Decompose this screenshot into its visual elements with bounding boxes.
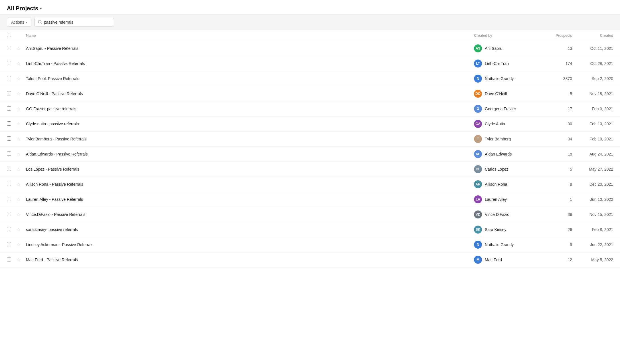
row-prospects-cell: 18 (540, 147, 574, 162)
row-checkbox[interactable] (7, 152, 11, 156)
creator-info: N Nathalie Grandy (474, 241, 538, 249)
row-checkbox-cell (0, 41, 13, 56)
row-checkbox[interactable] (7, 136, 11, 141)
actions-button[interactable]: Actions ▾ (7, 18, 31, 27)
row-prospects-cell: 17 (540, 101, 574, 116)
row-checkbox[interactable] (7, 257, 11, 261)
creator-info: CA Clyde Autin (474, 120, 538, 128)
select-all-checkbox[interactable] (7, 33, 11, 37)
row-checkbox[interactable] (7, 46, 11, 50)
row-creator-cell: VD Vince DiFazio (472, 207, 540, 222)
row-name-cell: GG.Frazier-passive referrals (24, 101, 472, 116)
projects-dropdown-arrow[interactable]: ▾ (40, 6, 42, 11)
star-button[interactable]: ☆ (17, 91, 21, 97)
row-checkbox[interactable] (7, 212, 11, 216)
row-star-cell: ☆ (13, 207, 24, 222)
row-checkbox[interactable] (7, 61, 11, 65)
row-checkbox[interactable] (7, 242, 11, 246)
table-row: ☆ Lindsey.Ackerman - Passive Referrals N… (0, 237, 620, 252)
avatar: T (474, 135, 482, 143)
creator-name: Carlos Lopez (485, 167, 508, 171)
row-creator-cell: AR Allison Rona (472, 177, 540, 192)
search-input[interactable] (44, 20, 110, 24)
row-prospects-cell: 5 (540, 162, 574, 177)
row-checkbox[interactable] (7, 197, 11, 201)
row-created-cell: Nov 18, 2021 (574, 86, 620, 101)
row-star-cell: ☆ (13, 237, 24, 252)
creator-info: T Tyler Bamberg (474, 135, 538, 143)
star-button[interactable]: ☆ (17, 257, 21, 263)
row-prospects-cell: 9 (540, 237, 574, 252)
project-name: sara.kinsey- passive referrals (26, 227, 78, 232)
row-star-cell: ☆ (13, 116, 24, 132)
project-name: Dave.O'Neill - Passive Referrals (26, 91, 83, 96)
row-prospects-cell: 26 (540, 222, 574, 237)
project-name: Tyler.Bamberg - Passive Referrals (26, 137, 86, 141)
row-created-cell: May 27, 2022 (574, 162, 620, 177)
avatar-initials: AE (476, 152, 481, 156)
row-star-cell: ☆ (13, 192, 24, 207)
row-name-cell: Talent Pool: Passive Referrals (24, 71, 472, 86)
row-name-cell: Vince.DiFazio - Passive Referrals (24, 207, 472, 222)
avatar-initials: LT (476, 62, 480, 66)
row-created-cell: Dec 20, 2021 (574, 177, 620, 192)
star-button[interactable]: ☆ (17, 227, 21, 232)
row-checkbox[interactable] (7, 182, 11, 186)
avatar: N (474, 241, 482, 249)
table-row: ☆ Dave.O'Neill - Passive Referrals DO Da… (0, 86, 620, 101)
row-prospects-cell: 30 (540, 116, 574, 132)
table-row: ☆ Lauren.Alley - Passive Referrals LA La… (0, 192, 620, 207)
star-button[interactable]: ☆ (17, 242, 21, 248)
creator-name: Ani Sapru (485, 46, 502, 51)
row-prospects-cell: 174 (540, 56, 574, 71)
avatar: DO (474, 90, 482, 98)
star-button[interactable]: ☆ (17, 136, 21, 142)
row-created-cell: Feb 3, 2021 (574, 101, 620, 116)
row-checkbox[interactable] (7, 227, 11, 231)
creator-name: Linh-Chi Tran (485, 61, 509, 66)
row-checkbox[interactable] (7, 167, 11, 171)
star-button[interactable]: ☆ (17, 197, 21, 202)
avatar-initials: M (477, 258, 479, 262)
star-button[interactable]: ☆ (17, 61, 21, 66)
avatar-initials: CA (475, 122, 480, 126)
table-row: ☆ Clyde.autin - passive referrals CA Cly… (0, 116, 620, 132)
avatar-initials: LA (476, 197, 480, 201)
header-star-col (13, 30, 24, 41)
row-creator-cell: M Matt Ford (472, 252, 540, 267)
row-checkbox[interactable] (7, 91, 11, 95)
avatar: LA (474, 195, 482, 203)
row-checkbox[interactable] (7, 121, 11, 126)
star-button[interactable]: ☆ (17, 167, 21, 172)
row-creator-cell: T Tyler Bamberg (472, 132, 540, 147)
star-button[interactable]: ☆ (17, 121, 21, 127)
avatar-initials: G (477, 107, 479, 111)
row-created-cell: Oct 11, 2021 (574, 41, 620, 56)
star-button[interactable]: ☆ (17, 212, 21, 217)
row-created-cell: Feb 10, 2021 (574, 116, 620, 132)
project-name: Lindsey.Ackerman - Passive Referrals (26, 242, 93, 247)
avatar-initials: CL (476, 167, 480, 171)
project-name: Ani.Sapru - Passive Referrals (26, 46, 78, 51)
row-checkbox-cell (0, 56, 13, 71)
row-created-cell: Aug 24, 2021 (574, 147, 620, 162)
table-row: ☆ Ani.Sapru - Passive Referrals AS Ani S… (0, 41, 620, 56)
star-button[interactable]: ☆ (17, 182, 21, 187)
table-row: ☆ Matt Ford - Passive Referrals M Matt F… (0, 252, 620, 267)
row-checkbox[interactable] (7, 76, 11, 80)
star-button[interactable]: ☆ (17, 46, 21, 51)
table-row: ☆ Vince.DiFazio - Passive Referrals VD V… (0, 207, 620, 222)
row-name-cell: Dave.O'Neill - Passive Referrals (24, 86, 472, 101)
actions-caret: ▾ (26, 21, 27, 24)
star-button[interactable]: ☆ (17, 106, 21, 112)
star-button[interactable]: ☆ (17, 152, 21, 157)
row-star-cell: ☆ (13, 132, 24, 147)
avatar-initials: N (477, 243, 479, 247)
star-button[interactable]: ☆ (17, 76, 21, 81)
row-checkbox[interactable] (7, 106, 11, 111)
row-name-cell: Ani.Sapru - Passive Referrals (24, 41, 472, 56)
row-checkbox-cell (0, 252, 13, 267)
project-name: Allison Rona - Passive Referrals (26, 182, 83, 187)
avatar-initials: N (477, 77, 479, 81)
avatar: N (474, 75, 482, 83)
